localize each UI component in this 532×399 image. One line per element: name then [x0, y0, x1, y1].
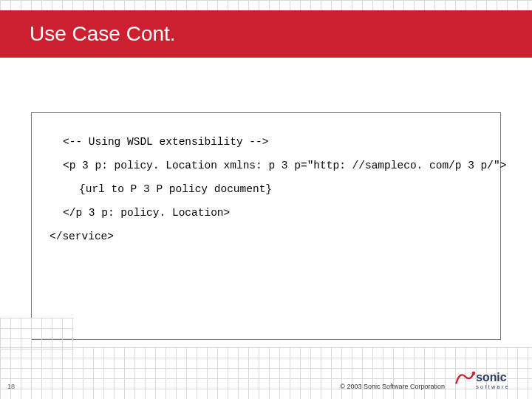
logo-sub-text: software: [476, 384, 510, 390]
logo-brand-text: sonic: [476, 371, 507, 383]
decorative-grid-top: [0, 0, 532, 10]
logo-dot-icon: [472, 372, 476, 375]
code-line-5: </service>: [50, 225, 482, 249]
code-line-4: </p 3 p: policy. Location>: [50, 202, 482, 225]
slide: Use Case Cont. <-- Using WSDL extensibil…: [0, 0, 532, 399]
title-bar: Use Case Cont.: [0, 10, 532, 58]
copyright-text: © 2003 Sonic Software Corporation: [340, 383, 445, 390]
code-block: <-- Using WSDL extensibility --> <p 3 p:…: [31, 112, 501, 340]
slide-title: Use Case Cont.: [30, 22, 176, 46]
code-line-3: {url to P 3 P policy document}: [50, 178, 482, 202]
page-number: 18: [7, 383, 15, 390]
code-line-1: <-- Using WSDL extensibility -->: [50, 131, 482, 154]
decorative-grid-left: [0, 318, 74, 351]
code-line-2: <p 3 p: policy. Location xmlns: p 3 p="h…: [50, 154, 482, 178]
logo-swoosh-icon: [456, 373, 474, 383]
sonic-logo-icon: sonic software: [452, 365, 523, 393]
brand-logo: sonic software: [452, 365, 523, 393]
